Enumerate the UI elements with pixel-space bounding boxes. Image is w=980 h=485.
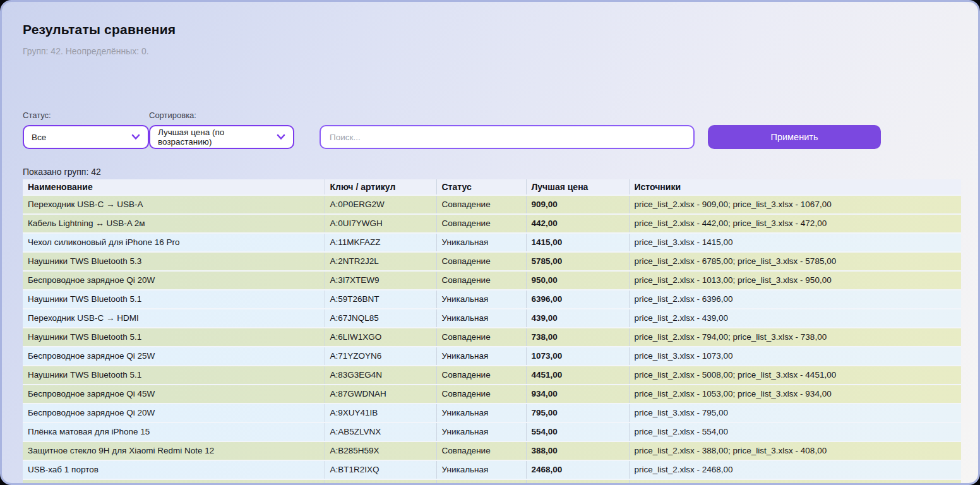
table-row[interactable]: Защитное стекло 9H для Xiaomi Redmi Note… [23, 441, 961, 460]
column-header-sources: Источники [629, 179, 961, 195]
key-cell: A:11MKFAZZ [325, 233, 436, 252]
sources-cell: price_list_2.xlsx - 554,00 [629, 422, 961, 441]
column-header-name: Наименование [23, 179, 325, 195]
table-row[interactable]: Наушники TWS Bluetooth 5.1A:83G3EG4NСовп… [23, 366, 961, 385]
key-cell: A:9XUY41IB [325, 404, 436, 422]
sources-cell: price_list_2.xlsx - 5008,00; price_list_… [629, 366, 961, 385]
status-select-value: Все [32, 133, 46, 142]
status-filter-label: Статус: [23, 111, 149, 120]
price-cell: 934,00 [526, 385, 629, 404]
sources-cell: price_list_2.xlsx - 6396,00 [629, 290, 961, 309]
key-cell: A:CXSULK0J [325, 479, 436, 485]
table-row[interactable]: Наушники TWS Bluetooth 5.1A:59T26BNTУник… [23, 290, 961, 309]
table-row[interactable]: Беспроводное зарядное Qi 20WA:9XUY41IBУн… [23, 404, 961, 422]
results-table-body: Переходник USB-C → USB-AA:0P0ERG2WСовпад… [23, 195, 961, 485]
sources-cell: price_list_2.xlsx - 388,00; price_list_3… [629, 441, 961, 460]
table-row[interactable]: Переходник USB-C → USB-AA:0P0ERG2WСовпад… [23, 195, 961, 214]
status-cell: Уникальная [436, 347, 526, 366]
sort-select[interactable]: Лучшая цена (по возрастанию) [149, 125, 294, 149]
sources-cell: price_list_3.xlsx - 1073,00 [629, 347, 961, 366]
name-cell: Переходник USB-C → USB-A [23, 195, 325, 214]
name-cell: Беспроводное зарядное Qi 20W [23, 271, 325, 290]
status-filter-group: Статус: Все [23, 111, 149, 149]
name-cell: Автомобильное зарядное 20W 1xUSB [23, 479, 325, 485]
key-cell: A:2NTR2J2L [325, 252, 436, 271]
name-cell: Наушники TWS Bluetooth 5.1 [23, 328, 325, 347]
status-cell: Совпадение [436, 479, 526, 485]
price-cell: 442,00 [526, 214, 629, 233]
results-card: Результаты сравнения Групп: 42. Неопреде… [0, 0, 980, 485]
status-cell: Уникальная [436, 233, 526, 252]
key-cell: A:BT1R2IXQ [325, 460, 436, 479]
status-cell: Уникальная [436, 290, 526, 309]
sources-cell: price_list_2.xlsx - 794,00; price_list_3… [629, 328, 961, 347]
price-cell: 439,00 [526, 309, 629, 328]
chevron-down-icon [277, 134, 285, 140]
sort-select-value: Лучшая цена (по возрастанию) [158, 128, 272, 147]
table-row[interactable]: Беспроводное зарядное Qi 25WA:71YZOYN6Ун… [23, 347, 961, 366]
name-cell: Плёнка матовая для iPhone 15 [23, 422, 325, 441]
name-cell: Беспроводное зарядное Qi 25W [23, 347, 325, 366]
chevron-down-icon [131, 134, 140, 140]
price-cell: 1073,00 [526, 347, 629, 366]
search-input[interactable] [320, 125, 695, 149]
table-row[interactable]: Переходник USB-C → HDMIA:67JNQL85Уникаль… [23, 309, 961, 328]
status-cell: Совпадение [436, 366, 526, 385]
key-cell: A:6LIW1XGO [325, 328, 436, 347]
price-cell: 388,00 [526, 441, 629, 460]
status-select[interactable]: Все [23, 125, 149, 149]
key-cell: A:B285H59X [325, 441, 436, 460]
table-row[interactable]: Беспроводное зарядное Qi 45WA:87GWDNAHСо… [23, 385, 961, 404]
key-cell: A:0UI7YWGH [325, 214, 436, 233]
column-header-key: Ключ / артикул [325, 179, 436, 195]
sources-cell: price_list_2.xlsx - 6785,00; price_list_… [629, 252, 961, 271]
name-cell: Беспроводное зарядное Qi 20W [23, 404, 325, 422]
table-row[interactable]: USB-хаб 1 портовA:BT1R2IXQУникальная2468… [23, 460, 961, 479]
results-table: Наименование Ключ / артикул Статус Лучша… [23, 179, 961, 485]
name-cell: Наушники TWS Bluetooth 5.3 [23, 252, 325, 271]
status-cell: Уникальная [436, 422, 526, 441]
price-cell: 4451,00 [526, 366, 629, 385]
name-cell: Защитное стекло 9H для Xiaomi Redmi Note… [23, 441, 325, 460]
sort-filter-label: Сортировка: [149, 111, 294, 120]
name-cell: USB-хаб 1 портов [23, 460, 325, 479]
status-cell: Совпадение [436, 328, 526, 347]
table-row[interactable]: Беспроводное зарядное Qi 20WA:3I7XTEW9Со… [23, 271, 961, 290]
sources-cell: price_list_2.xlsx - 529,00; price_list_3… [629, 479, 961, 485]
table-row[interactable]: Плёнка матовая для iPhone 15A:AB5ZLVNXУн… [23, 422, 961, 441]
table-row[interactable]: Автомобильное зарядное 20W 1xUSBA:CXSULK… [23, 479, 961, 485]
status-cell: Уникальная [436, 404, 526, 422]
name-cell: Беспроводное зарядное Qi 45W [23, 385, 325, 404]
price-cell: 795,00 [526, 404, 629, 422]
key-cell: A:67JNQL85 [325, 309, 436, 328]
apply-button[interactable]: Применить [708, 125, 881, 149]
sort-filter-group: Сортировка: Лучшая цена (по возрастанию) [149, 111, 294, 149]
price-cell: 455,00 [526, 479, 629, 485]
price-cell: 6396,00 [526, 290, 629, 309]
key-cell: A:AB5ZLVNX [325, 422, 436, 441]
price-cell: 909,00 [526, 195, 629, 214]
status-cell: Совпадение [436, 441, 526, 460]
status-cell: Совпадение [436, 252, 526, 271]
price-cell: 2468,00 [526, 460, 629, 479]
table-row[interactable]: Кабель Lightning ↔ USB-A 2мA:0UI7YWGHСов… [23, 214, 961, 233]
shown-groups-count: Показано групп: 42 [23, 167, 957, 177]
key-cell: A:59T26BNT [325, 290, 436, 309]
name-cell: Наушники TWS Bluetooth 5.1 [23, 290, 325, 309]
table-row[interactable]: Наушники TWS Bluetooth 5.1A:6LIW1XGOСовп… [23, 328, 961, 347]
key-cell: A:71YZOYN6 [325, 347, 436, 366]
key-cell: A:3I7XTEW9 [325, 271, 436, 290]
price-cell: 5785,00 [526, 252, 629, 271]
sources-cell: price_list_3.xlsx - 795,00 [629, 404, 961, 422]
status-cell: Совпадение [436, 195, 526, 214]
price-cell: 1415,00 [526, 233, 629, 252]
groups-summary: Групп: 42. Неопределённых: 0. [23, 46, 957, 56]
name-cell: Переходник USB-C → HDMI [23, 309, 325, 328]
status-cell: Совпадение [436, 271, 526, 290]
name-cell: Чехол силиконовый для iPhone 16 Pro [23, 233, 325, 252]
table-row[interactable]: Наушники TWS Bluetooth 5.3A:2NTR2J2LСовп… [23, 252, 961, 271]
sources-cell: price_list_2.xlsx - 2468,00 [629, 460, 961, 479]
filters-bar: Статус: Все Сортировка: Лучшая цена (по … [23, 111, 957, 149]
key-cell: A:0P0ERG2W [325, 195, 436, 214]
table-row[interactable]: Чехол силиконовый для iPhone 16 ProA:11M… [23, 233, 961, 252]
